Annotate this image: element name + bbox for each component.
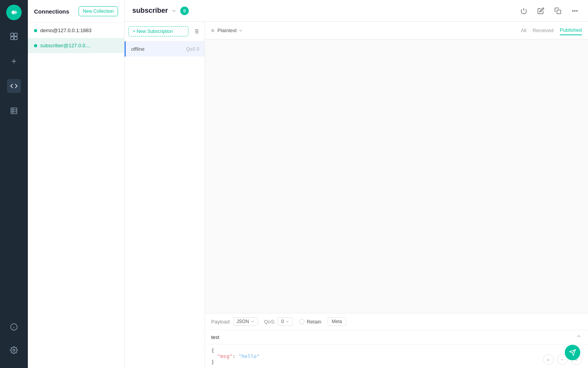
header-left: subscriber 0 xyxy=(132,7,189,15)
compose-body: { "msg": "hello" } ← − → xyxy=(205,344,588,368)
new-collection-button[interactable]: New Collection xyxy=(79,6,118,16)
svg-point-13 xyxy=(13,349,15,351)
payload-selector: Payload: JSON xyxy=(211,317,258,326)
qos-dropdown-chevron xyxy=(285,320,289,323)
format-dropdown-chevron xyxy=(251,320,255,323)
message-toolbar-left: Plaintext xyxy=(211,28,243,33)
svg-point-18 xyxy=(576,10,577,11)
svg-rect-0 xyxy=(11,33,14,36)
nav-icons xyxy=(7,29,21,320)
format-dropdown-value: JSON xyxy=(237,319,249,324)
status-dot xyxy=(211,29,214,32)
connection-dot-subscriber xyxy=(34,44,37,47)
nav-settings-icon[interactable] xyxy=(7,343,21,357)
qos-dropdown[interactable]: 0 xyxy=(278,317,293,326)
compose-topic-row xyxy=(205,330,588,344)
tab-published[interactable]: Published xyxy=(560,26,582,35)
retain-toggle[interactable]: Retain xyxy=(299,319,321,325)
svg-point-16 xyxy=(573,10,573,11)
tab-all[interactable]: All xyxy=(521,26,526,35)
message-list xyxy=(205,40,588,313)
subscription-item-offline[interactable]: offline QoS 0 xyxy=(125,41,205,57)
power-button[interactable] xyxy=(518,5,529,16)
json-line-3: } xyxy=(211,359,582,365)
svg-point-17 xyxy=(574,10,575,11)
content-split: + New Subscription offline QoS 0 xyxy=(125,22,588,368)
topic-input[interactable] xyxy=(211,334,576,340)
connection-dot-demo xyxy=(34,29,37,32)
header-chevron-icon xyxy=(171,8,177,14)
qos-dropdown-value: 0 xyxy=(281,319,284,324)
subscriber-title: subscriber xyxy=(132,7,168,15)
payload-label: Payload: xyxy=(211,319,231,325)
json-value-hello: "hello" xyxy=(238,353,260,359)
header-right xyxy=(518,5,580,16)
qos-label: QoS: xyxy=(264,319,276,325)
bottom-nav-icons xyxy=(7,320,21,363)
copy-button[interactable] xyxy=(552,5,563,16)
format-chevron-icon xyxy=(238,28,243,33)
compose-area: Payload: JSON QoS: 0 xyxy=(205,313,588,368)
main-header: subscriber 0 xyxy=(125,0,588,22)
send-button[interactable] xyxy=(565,345,580,360)
connections-panel: Connections New Collection demo@127.0.0.… xyxy=(28,0,125,368)
connection-label-demo: demo@127.0.0.1:1883 xyxy=(40,28,91,33)
nav-code-icon[interactable] xyxy=(7,79,21,93)
subscription-panel: + New Subscription offline QoS 0 xyxy=(125,22,205,368)
connection-label-subscriber: subscriber@127.0.0.... xyxy=(40,43,91,48)
new-subscription-button[interactable]: + New Subscription xyxy=(128,26,188,36)
svg-rect-15 xyxy=(557,10,561,14)
filter-icon[interactable] xyxy=(191,27,201,36)
json-key-msg: "msg" xyxy=(217,353,232,359)
json-line-2: "msg": "hello" xyxy=(211,353,582,359)
connections-header: Connections New Collection xyxy=(28,0,124,23)
connections-title: Connections xyxy=(34,8,69,15)
format-dropdown[interactable]: JSON xyxy=(233,317,258,326)
meta-button[interactable]: Meta xyxy=(328,317,347,326)
nav-add-icon[interactable] xyxy=(7,54,21,68)
more-options-button[interactable] xyxy=(569,5,580,16)
connection-item-demo[interactable]: demo@127.0.0.1:1883 xyxy=(28,23,124,38)
json-open-brace: { xyxy=(211,347,214,353)
svg-rect-6 xyxy=(11,108,17,114)
compose-toolbar: Payload: JSON QoS: 0 xyxy=(205,313,588,330)
nav-connections-icon[interactable] xyxy=(7,29,21,43)
svg-rect-2 xyxy=(11,37,14,40)
qos-selector: QoS: 0 xyxy=(264,317,293,326)
edit-button[interactable] xyxy=(535,5,546,16)
app-logo[interactable] xyxy=(6,5,22,20)
message-count-badge: 0 xyxy=(180,7,189,15)
message-toolbar: Plaintext All Received Published xyxy=(205,22,588,40)
nav-info-icon[interactable] xyxy=(7,320,21,334)
svg-rect-3 xyxy=(14,37,17,40)
collapse-icon[interactable] xyxy=(576,333,582,341)
json-line-1: { xyxy=(211,347,582,353)
tab-received[interactable]: Received xyxy=(533,26,554,35)
message-area: Plaintext All Received Published xyxy=(205,22,588,368)
main-area: subscriber 0 xyxy=(125,0,588,368)
svg-rect-1 xyxy=(14,33,17,36)
connection-item-subscriber[interactable]: subscriber@127.0.0.... xyxy=(28,38,124,53)
format-select[interactable]: Plaintext xyxy=(217,28,243,33)
json-close-brace: } xyxy=(211,359,214,365)
subscription-qos-offline: QoS 0 xyxy=(186,46,199,52)
icon-bar xyxy=(0,0,28,368)
nav-table-icon[interactable] xyxy=(7,104,21,118)
subscription-name-offline: offline xyxy=(131,46,144,52)
subscription-toolbar: + New Subscription xyxy=(125,22,205,41)
prev-action-button[interactable]: ← xyxy=(543,354,554,365)
retain-circle-icon xyxy=(299,319,304,324)
retain-label: Retain xyxy=(307,319,321,325)
message-tabs: All Received Published xyxy=(521,26,582,35)
format-label: Plaintext xyxy=(217,28,237,33)
